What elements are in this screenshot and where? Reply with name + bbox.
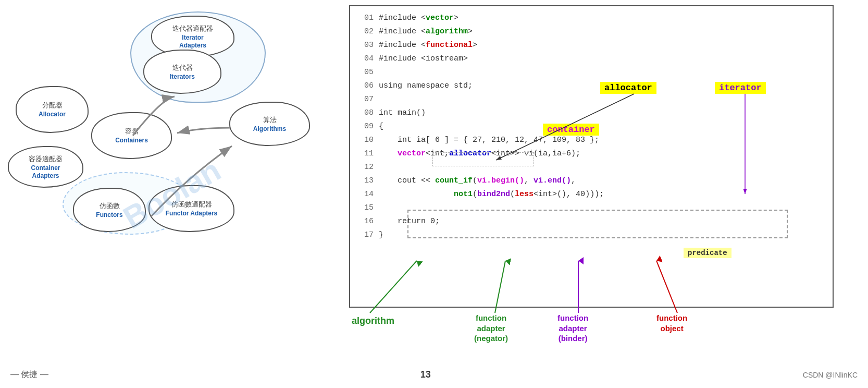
code-line-03: 03 #include <functional>	[358, 39, 825, 52]
annotation-algorithm: algorithm	[352, 316, 394, 326]
code-line-05: 05	[358, 66, 825, 79]
code-line-01: 01 #include <vector>	[358, 11, 825, 25]
page-number: 13	[420, 369, 431, 380]
bottom-annotations-area: algorithm function adapter (negator) fun…	[349, 313, 834, 375]
code-line-04: 04 #include <iostream>	[358, 52, 825, 66]
cloud-functor-adapters: 仿函數適配器 Functor Adapters	[148, 185, 234, 232]
right-code-panel: 01 #include <vector> 02 #include <algori…	[344, 5, 844, 381]
cloud-containers: 容器 Containers	[91, 112, 172, 159]
code-line-08: 08 int main()	[358, 106, 825, 120]
annotation-container: container	[543, 124, 599, 136]
code-line-11: 11 vector<int,allocator<int>> vi(ia,ia+6…	[358, 147, 825, 161]
annotation-allocator: allocator	[600, 82, 656, 94]
annotation-predicate: predicate	[684, 248, 731, 258]
code-line-02: 02 #include <algorithm>	[358, 25, 825, 39]
code-line-13: 13 cout << count_if(vi.begin(), vi.end()…	[358, 174, 825, 188]
diagram-area: 分配器 Allocator 容器適配器 ContainerAdapters 容器…	[5, 10, 339, 313]
code-line-17: 17 }	[358, 228, 825, 242]
cloud-functors: 仿函數 Functors	[73, 188, 146, 232]
footer-right-text: CSDN @INlinKC	[803, 371, 858, 379]
code-line-16: 16 return 0;	[358, 215, 825, 228]
code-line-07: 07	[358, 93, 825, 106]
code-line-15: 15	[358, 201, 825, 215]
code-line-12: 12	[358, 161, 825, 174]
cloud-container-adapter: 容器適配器 ContainerAdapters	[8, 146, 83, 188]
annotation-func-object: function object	[656, 313, 687, 333]
cloud-algorithms: 算法 Algorithms	[229, 102, 310, 146]
footer: — 侯捷 — 13 CSDN @INlinKC	[0, 369, 868, 380]
code-box: 01 #include <vector> 02 #include <algori…	[349, 5, 834, 308]
annotation-func-adapter-neg: function adapter (negator)	[474, 313, 508, 344]
cloud-allocator: 分配器 Allocator	[16, 86, 89, 133]
left-diagram-panel: 分配器 Allocator 容器適配器 ContainerAdapters 容器…	[0, 0, 344, 388]
footer-left-text: — 侯捷 —	[10, 369, 48, 380]
cloud-iterators: 迭代器 Iterators	[143, 50, 221, 94]
code-line-14: 14 not1(bind2nd(less<int>(), 40)));	[358, 188, 825, 201]
annotation-iterator: iterator	[715, 82, 766, 94]
annotation-func-adapter-bin: function adapter (binder)	[557, 313, 588, 344]
